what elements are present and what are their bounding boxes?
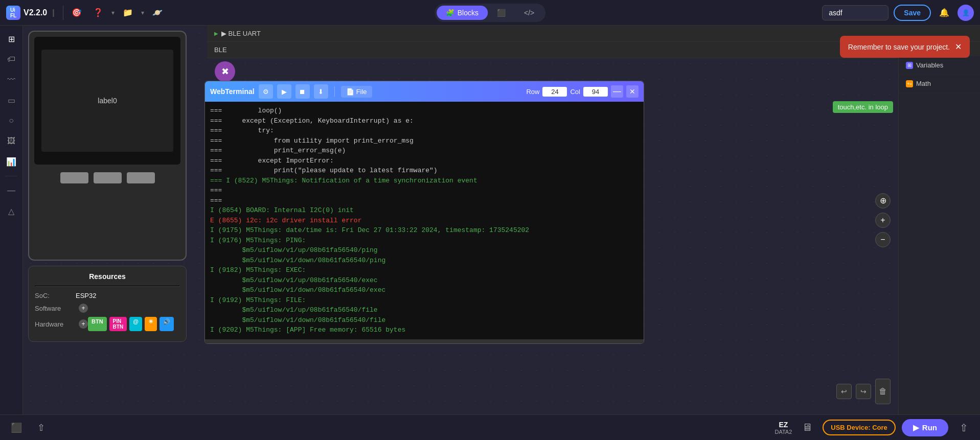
- topbar: UiFL V2.2.0 | 🎯 ❓ ▾ 📁 ▾ 🪐 🧩 Blocks ⬛ </>…: [0, 0, 980, 26]
- sidebar-chart-icon[interactable]: 📊: [3, 153, 19, 170]
- col-input[interactable]: [583, 87, 608, 97]
- usb-badge[interactable]: USB Device: Core: [823, 420, 896, 435]
- blocks-icon: 🧩: [446, 9, 454, 17]
- redo-btn[interactable]: ↪: [856, 384, 871, 399]
- tab-layout[interactable]: ⬛: [488, 6, 515, 20]
- planet-icon-btn[interactable]: 🪐: [149, 5, 166, 21]
- save-button[interactable]: Save: [894, 5, 931, 21]
- wt-minimize-btn[interactable]: —: [611, 85, 623, 98]
- hw-chip-sun[interactable]: ☀: [145, 317, 157, 331]
- block-item-math[interactable]: += Math: [899, 75, 980, 93]
- project-name-input[interactable]: [822, 5, 888, 20]
- device-btn-2[interactable]: [94, 172, 122, 183]
- run-button[interactable]: ▶ Run: [902, 419, 948, 436]
- sidebar-tag-icon[interactable]: 🏷: [3, 51, 19, 67]
- sidebar-rect-icon[interactable]: ▭: [3, 92, 19, 108]
- ble-label: BLE: [214, 46, 227, 54]
- hw-chip-btn[interactable]: BTN: [88, 317, 107, 331]
- wt-separator: [334, 86, 335, 97]
- math-icon: +=: [906, 80, 913, 87]
- device-btn-3[interactable]: [127, 172, 155, 183]
- app-version: V2.2.0: [24, 8, 47, 17]
- sidebar-route-icon[interactable]: 〰: [3, 72, 19, 88]
- col-label: Col: [570, 88, 580, 96]
- tab-code[interactable]: </>: [515, 6, 543, 20]
- software-key: Software: [35, 305, 76, 312]
- toast-message: Remember to save your project.: [848, 43, 950, 51]
- play-triangle-icon: ▶: [214, 31, 218, 36]
- wt-download-btn[interactable]: ⬇: [314, 84, 328, 99]
- terminal-line: ===: [210, 186, 639, 196]
- share-icon-btn[interactable]: ⇧: [954, 419, 973, 437]
- device-panel: label0: [28, 31, 187, 261]
- terminal-line: $m5/uiflow/v1/up/08b61fa56540/file: [210, 305, 639, 315]
- hw-chip-at[interactable]: @: [129, 317, 142, 331]
- zoom-in-btn[interactable]: +: [875, 213, 891, 228]
- software-row: Software +: [35, 304, 180, 313]
- wt-hscrollbar[interactable]: [205, 339, 644, 343]
- zoom-out-btn[interactable]: −: [875, 232, 891, 247]
- wt-file-btn[interactable]: 📄 File: [341, 86, 372, 98]
- center-tabs: 🧩 Blocks ⬛ </>: [435, 4, 545, 22]
- hw-chip-pinbtn[interactable]: PINBTN: [109, 317, 127, 331]
- terminal-line: E (8655) i2c: i2c driver install error: [210, 216, 639, 226]
- wt-header: WebTerminal ⚙ ▶ ⏹ ⬇ 📄 File Row Col — ✕: [205, 81, 644, 102]
- web-terminal: WebTerminal ⚙ ▶ ⏹ ⬇ 📄 File Row Col — ✕ =…: [204, 81, 644, 344]
- terminal-line: I (9176) M5Things: PING:: [210, 236, 639, 246]
- variables-icon: ⊞: [906, 62, 913, 69]
- tab-blocks[interactable]: 🧩 Blocks: [437, 6, 488, 20]
- action-btns: ↩ ↪ 🗑: [836, 379, 891, 404]
- toast: Remember to save your project. ✕: [840, 36, 970, 58]
- terminal-line: === try:: [210, 126, 639, 136]
- hardware-row: Hardware + BTN PINBTN @ ☀ 🔊: [35, 317, 180, 331]
- zoom-controls: ⊕ + −: [875, 193, 891, 247]
- paint-icon[interactable]: ✖: [215, 61, 235, 82]
- sidebar-circle-icon[interactable]: ○: [3, 112, 19, 129]
- device-btn-1[interactable]: [60, 172, 88, 183]
- software-add-btn[interactable]: +: [79, 304, 88, 313]
- block-item-variables[interactable]: ⊞ Variables: [899, 56, 980, 75]
- terminal-line: === from utility import print_error_msg: [210, 136, 639, 146]
- help-icon-btn[interactable]: ❓: [90, 5, 106, 21]
- wt-stop-btn[interactable]: ⏹: [295, 84, 310, 99]
- row-input[interactable]: [542, 87, 567, 97]
- terminal-line: === except (Exception, KeyboardInterrupt…: [210, 116, 639, 126]
- notifications-icon[interactable]: 🔔: [936, 5, 952, 21]
- data2-label: DATA2: [774, 429, 792, 435]
- trash-btn[interactable]: 🗑: [875, 379, 891, 404]
- ble-uart-label: ▶ BLE UART: [221, 30, 261, 37]
- terminal-line: I (8654) BOARD: Internal I2C(0) init: [210, 205, 639, 216]
- screen-icon-btn[interactable]: 🖥: [798, 419, 816, 437]
- target-icon-btn[interactable]: 🎯: [69, 5, 85, 21]
- bottom-bar: ⬛ ⇧ EZ DATA2 🖥 USB Device: Core ▶ Run ⇧: [0, 414, 980, 440]
- sidebar-panels-icon[interactable]: ⊞: [3, 31, 19, 47]
- device-buttons: [29, 172, 186, 183]
- terminal-line: === print("please update to latest firmw…: [210, 166, 639, 176]
- terminal-line: I (9182) M5Things: EXEC:: [210, 265, 639, 275]
- wt-body[interactable]: === loop()=== except (Exception, Keyboar…: [205, 102, 644, 339]
- ez-data-btn[interactable]: EZ DATA2: [774, 421, 792, 435]
- hardware-add-btn[interactable]: +: [79, 319, 88, 329]
- loop-label: touch,etc. in loop: [833, 101, 893, 113]
- upload-icon-btn[interactable]: ⇧: [32, 419, 50, 437]
- wt-settings-btn[interactable]: ⚙: [259, 84, 273, 99]
- folder-icon-btn[interactable]: 📁: [120, 5, 136, 21]
- terminal-line: === I (8522) M5Things: Notification of a…: [210, 176, 639, 186]
- sidebar-image-icon[interactable]: 🖼: [3, 133, 19, 149]
- file-icon: 📄: [346, 88, 354, 96]
- wt-play-btn[interactable]: ▶: [277, 84, 291, 99]
- sidebar-minus-icon[interactable]: —: [3, 182, 19, 199]
- resources-panel: Resources SoC: ESP32 Software + Hardware…: [28, 266, 187, 342]
- terminal-line: === print_error_msg(e): [210, 146, 639, 156]
- toast-close-btn[interactable]: ✕: [955, 42, 962, 52]
- hw-chip-speaker[interactable]: 🔊: [159, 317, 174, 331]
- zoom-target-btn[interactable]: ⊕: [875, 193, 891, 209]
- avatar[interactable]: 👤: [958, 5, 974, 21]
- block-label-math: Math: [916, 80, 931, 87]
- main-canvas: ▶ ▶ BLE UART BLE ✖ touch,etc. in loop la…: [23, 26, 980, 414]
- terminal-icon-btn[interactable]: ⬛: [7, 419, 26, 437]
- hardware-key: Hardware: [35, 320, 76, 328]
- sidebar-triangle-icon[interactable]: △: [3, 203, 19, 219]
- wt-close-btn[interactable]: ✕: [626, 85, 639, 98]
- undo-btn[interactable]: ↩: [836, 384, 852, 399]
